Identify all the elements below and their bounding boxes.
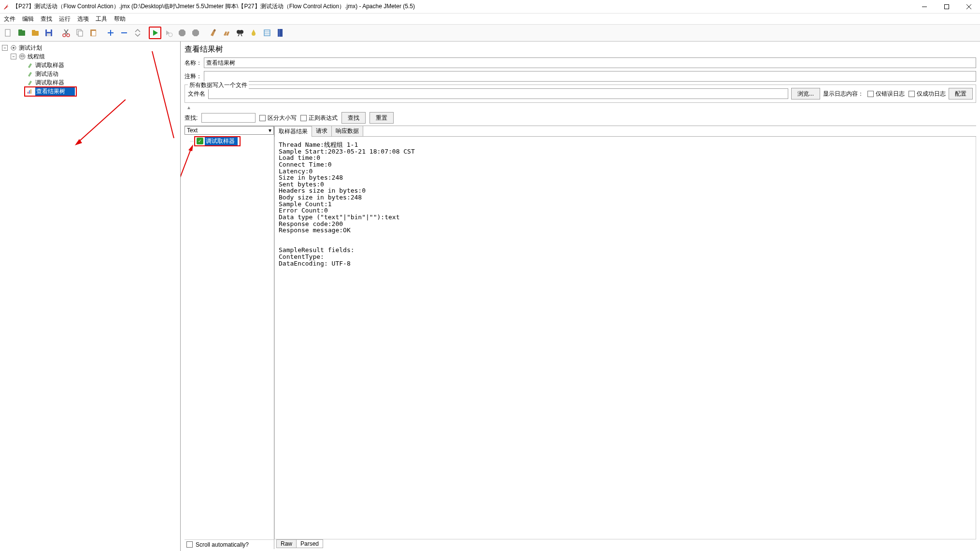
svg-line-44	[181, 147, 192, 217]
only-success-label: 仅成功日志	[917, 90, 946, 98]
result-sample[interactable]: 调试取样器	[205, 137, 238, 145]
svg-point-25	[240, 30, 243, 34]
testplan-icon	[10, 44, 17, 52]
svg-rect-1	[945, 4, 949, 9]
only-success-checkbox[interactable]	[909, 91, 915, 97]
minimize-button[interactable]	[913, 0, 936, 14]
help-tb-button[interactable]	[274, 27, 287, 39]
regex-checkbox[interactable]	[300, 115, 307, 121]
menubar: 文件 编辑 查找 运行 选项 工具 帮助	[0, 14, 980, 24]
sampler-icon	[26, 70, 34, 78]
clear-button[interactable]	[207, 27, 219, 39]
templates-button[interactable]	[15, 27, 28, 39]
svg-rect-4	[5, 29, 10, 36]
svg-rect-8	[32, 30, 35, 32]
svg-rect-41	[30, 89, 31, 94]
tree-item-3[interactable]: 查看结果树	[35, 87, 75, 96]
tab-raw[interactable]: Raw	[276, 539, 297, 548]
annotation-arrow	[72, 99, 130, 148]
results-tree-panel: Text ▾ ⋯ ✓ 调试取样器 Scroll automatica	[185, 126, 274, 549]
reset-button[interactable]: 重置	[369, 112, 394, 124]
browse-button[interactable]: 浏览...	[791, 88, 820, 99]
stop-button[interactable]	[176, 27, 188, 39]
save-button[interactable]	[43, 27, 55, 39]
paste-button[interactable]	[87, 27, 99, 39]
search-input[interactable]	[201, 113, 256, 123]
svg-point-38	[23, 56, 24, 57]
regex-label: 正则表达式	[309, 114, 338, 122]
toggle-button[interactable]	[131, 27, 144, 39]
svg-point-23	[169, 33, 172, 37]
name-input[interactable]	[204, 57, 976, 68]
tree-item-0[interactable]: 调试取样器	[35, 61, 64, 70]
scroll-auto-checkbox[interactable]	[186, 541, 193, 548]
highlight-box: 查看结果树	[24, 86, 77, 97]
function-helper-button[interactable]	[261, 27, 273, 39]
tree-item-1[interactable]: 测试活动	[35, 70, 58, 78]
menu-edit[interactable]: 编辑	[22, 15, 34, 23]
result-tabs: 取样器结果 请求 响应数据	[274, 126, 976, 137]
sampler-icon	[26, 79, 34, 86]
only-error-checkbox[interactable]	[867, 91, 874, 97]
result-detail[interactable]: Thread Name:线程组 1-1 Sample Start:2023-05…	[274, 137, 976, 539]
sampler-icon	[26, 61, 34, 69]
toggle-icon[interactable]: −	[11, 54, 16, 59]
tree-threadgroup[interactable]: 线程组	[28, 53, 45, 61]
new-button[interactable]	[2, 27, 14, 39]
svg-rect-6	[18, 29, 22, 31]
tree-panel: − 测试计划 − 线程组 调试取样器 测试活动 调试取样器	[0, 42, 181, 551]
search-button[interactable]: 查找	[341, 112, 366, 124]
toggle-icon[interactable]: −	[2, 45, 8, 51]
reset-search-button[interactable]	[247, 27, 260, 39]
configure-button[interactable]: 配置	[949, 88, 973, 99]
file-legend: 所有数据写入一个文件	[188, 81, 249, 89]
open-button[interactable]	[29, 27, 42, 39]
menu-file[interactable]: 文件	[4, 15, 15, 23]
renderer-combo[interactable]: Text ▾	[185, 126, 274, 135]
comment-label: 注释：	[185, 72, 204, 81]
tree-item-2[interactable]: 调试取样器	[35, 79, 64, 87]
svg-rect-39	[28, 92, 28, 94]
search-label: 查找:	[185, 114, 198, 122]
search-tb-button[interactable]	[234, 27, 246, 39]
annotation-arrow	[181, 144, 199, 217]
only-error-label: 仅错误日志	[876, 90, 905, 98]
copy-button[interactable]	[73, 27, 86, 39]
filename-input[interactable]	[208, 88, 788, 99]
svg-point-36	[19, 54, 25, 59]
collapse-button[interactable]	[118, 27, 130, 39]
expand-button[interactable]	[104, 27, 117, 39]
log-show-label: 显示日志内容：	[823, 90, 864, 98]
tab-request[interactable]: 请求	[312, 126, 332, 136]
maximize-button[interactable]	[936, 0, 958, 14]
svg-rect-19	[92, 31, 96, 36]
svg-point-35	[13, 47, 14, 49]
svg-rect-11	[47, 33, 51, 36]
menu-tools[interactable]: 工具	[96, 15, 107, 23]
listener-icon	[26, 87, 34, 95]
svg-point-37	[21, 56, 22, 57]
svg-rect-33	[279, 29, 280, 37]
tab-response[interactable]: 响应数据	[331, 126, 363, 136]
comment-input[interactable]	[204, 71, 976, 82]
collapse-icon[interactable]: ▲	[186, 105, 976, 110]
tree-testplan[interactable]: 测试计划	[19, 44, 42, 52]
shutdown-button[interactable]	[189, 27, 202, 39]
tab-parsed[interactable]: Parsed	[296, 539, 323, 548]
tab-sampler-result[interactable]: 取样器结果	[274, 126, 312, 137]
menu-run[interactable]: 运行	[59, 15, 71, 23]
menu-search[interactable]: 查找	[41, 15, 52, 23]
start-button[interactable]	[149, 27, 161, 39]
clear-all-button[interactable]	[220, 27, 233, 39]
start-no-pause-button[interactable]	[162, 27, 175, 39]
dash-icon: ⋯	[189, 139, 194, 143]
case-checkbox[interactable]	[259, 115, 266, 121]
svg-point-12	[63, 34, 66, 37]
close-button[interactable]	[958, 0, 980, 14]
svg-point-28	[252, 32, 256, 36]
menu-help[interactable]: 帮助	[114, 15, 126, 23]
cut-button[interactable]	[60, 27, 72, 39]
panel-title: 查看结果树	[185, 44, 976, 55]
name-label: 名称：	[185, 59, 204, 67]
menu-options[interactable]: 选项	[77, 15, 89, 23]
